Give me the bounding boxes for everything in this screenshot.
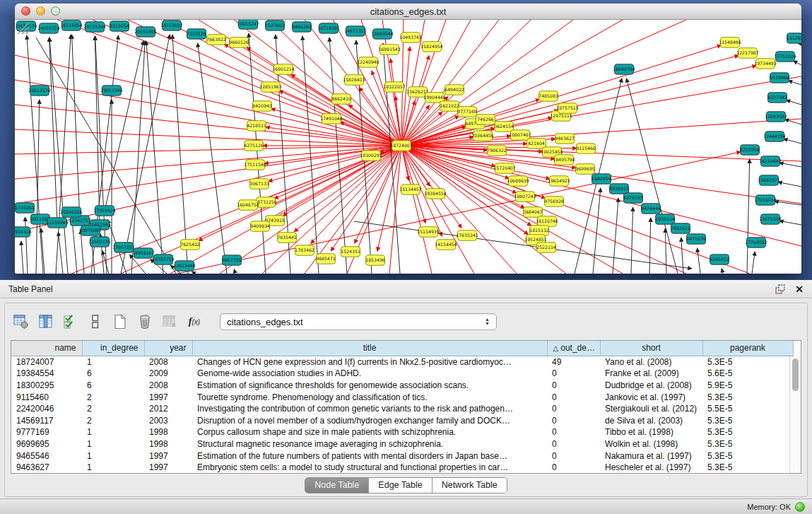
table-cell[interactable]: Jankovic et al. (1997) (600, 391, 702, 403)
table-cell[interactable]: 0 (547, 426, 600, 438)
graph-edge[interactable] (401, 55, 739, 146)
graph-edge[interactable] (172, 35, 188, 274)
table-cell[interactable]: 1998 (144, 438, 192, 450)
table-cell[interactable]: 9465546 (11, 450, 82, 462)
graph-edge[interactable] (121, 35, 170, 274)
graph-edge[interactable] (722, 269, 723, 274)
table-cell[interactable]: Structural magnetic resonance image aver… (192, 438, 547, 450)
table-cell[interactable]: 9115460 (11, 391, 82, 403)
graph-edge[interactable] (784, 119, 801, 124)
graph-edge[interactable] (698, 248, 700, 274)
graph-edge[interactable] (778, 182, 801, 187)
table-row[interactable]: 969969511998Structural magnetic resonanc… (11, 438, 793, 450)
column-header[interactable]: title (192, 341, 547, 356)
table-cell[interactable]: 0 (547, 380, 600, 392)
graph-edge[interactable] (779, 221, 801, 225)
table-cell[interactable]: 1 (82, 462, 144, 474)
graph-edge[interactable] (58, 232, 63, 274)
graph-edge[interactable] (613, 198, 618, 274)
close-panel-icon[interactable]: ✕ (795, 284, 804, 294)
graph-edge[interactable] (72, 35, 80, 221)
table-cell[interactable]: 1 (82, 426, 144, 438)
table-cell[interactable]: Wolkin et al. (1998) (600, 438, 702, 450)
graph-edge[interactable] (401, 146, 546, 199)
function-builder-icon[interactable]: f(x) (185, 313, 204, 331)
table-cell[interactable]: Disruption of a novel member of a sodium… (192, 414, 547, 426)
graph-edge[interactable] (752, 252, 755, 274)
graph-edge[interactable] (681, 238, 683, 274)
table-cell[interactable]: 0 (547, 462, 600, 474)
column-header[interactable]: year (144, 341, 192, 356)
table-cell[interactable]: Yano et al. (2008) (600, 356, 702, 368)
graph-edge[interactable] (72, 221, 77, 274)
new-column-icon[interactable] (111, 313, 129, 331)
table-cell[interactable]: 0 (547, 368, 600, 380)
table-row[interactable]: 1456911722003Disruption of a novel membe… (11, 414, 793, 426)
table-row[interactable]: 946554611997Estimation of the future num… (11, 450, 793, 462)
table-cell[interactable]: 1997 (144, 462, 192, 474)
table-cell[interactable]: 0 (547, 403, 600, 415)
graph-edge[interactable] (401, 45, 722, 146)
table-cell[interactable]: 2 (82, 414, 144, 426)
graph-edge[interactable] (311, 146, 401, 243)
minimize-window-button[interactable] (36, 6, 45, 16)
graph-edge[interactable] (329, 37, 347, 274)
table-cell[interactable]: 2008 (144, 380, 192, 392)
table-cell[interactable]: Tourette syndrome. Phenomenology and cla… (192, 391, 547, 403)
close-window-button[interactable] (21, 6, 30, 16)
table-cell[interactable]: 9463627 (11, 462, 82, 474)
graph-edge[interactable] (36, 100, 40, 274)
table-scrollbar-thumb[interactable] (792, 358, 799, 391)
table-cell[interactable]: 0 (547, 414, 600, 426)
table-cell[interactable]: Franke et al. (2009) (600, 368, 702, 380)
table-cell[interactable]: 2 (82, 391, 144, 403)
delete-column-icon[interactable] (136, 313, 154, 331)
network-canvas[interactable]: 2055317024055724161150542013334481130542… (15, 20, 801, 274)
column-header[interactable]: △out_de… (547, 341, 600, 356)
graph-edge[interactable] (401, 146, 432, 274)
table-cell[interactable]: Changes of HCN gene expression and I(f) … (192, 356, 547, 368)
graph-edge[interactable] (665, 228, 666, 274)
table-cell[interactable]: 2009 (144, 368, 192, 380)
table-cell[interactable]: 2012 (144, 403, 192, 415)
graph-edge[interactable] (626, 78, 678, 274)
table-row[interactable]: 1938455462009Genome-wide association stu… (11, 368, 793, 380)
graph-edge[interactable] (593, 188, 601, 274)
table-cell[interactable]: Embryonic stem cells: a model to study s… (192, 462, 547, 474)
table-row[interactable]: 977716911998Corpus callosum shape and si… (11, 426, 793, 438)
table-cell[interactable]: Nakamura et al. (1997) (600, 450, 702, 462)
table-cell[interactable]: 5.3E-5 (702, 438, 793, 450)
table-cell[interactable]: 19384554 (11, 368, 82, 380)
table-cell[interactable]: 0 (547, 391, 600, 403)
table-cell[interactable]: 6 (82, 368, 144, 380)
table-cell[interactable]: 2003 (144, 414, 192, 426)
table-row[interactable]: 1872400712008Changes of HCN gene express… (11, 356, 793, 368)
table-cell[interactable]: 22420046 (11, 403, 82, 415)
graph-edge[interactable] (15, 146, 401, 204)
table-cell[interactable]: Hescheler et al. (1997) (600, 462, 702, 474)
citation-network-graph[interactable]: 2055317024055724161150542013334481130542… (15, 20, 801, 274)
window-titlebar[interactable]: citations_edges.txt (15, 4, 801, 20)
table-cell[interactable]: Corpus callosum shape and size in male p… (192, 426, 547, 438)
resize-grip-icon[interactable] (15, 20, 30, 35)
table-cell[interactable]: 5.9E-5 (702, 380, 793, 392)
table-cell[interactable]: 1997 (144, 391, 192, 403)
graph-edge[interactable] (27, 35, 43, 274)
table-cell[interactable]: 5.3E-5 (702, 356, 793, 368)
table-cell[interactable]: 5.6E-5 (702, 368, 793, 380)
table-cell[interactable]: 1 (82, 450, 144, 462)
table-cell[interactable]: 1 (82, 356, 144, 368)
table-cell[interactable]: 1 (82, 438, 144, 450)
graph-edge[interactable] (21, 241, 23, 274)
table-cell[interactable]: Stergiakouli et al. (2012) (600, 403, 702, 415)
graph-edge[interactable] (794, 61, 801, 65)
table-cell[interactable]: 18300295 (11, 380, 82, 392)
graph-edge[interactable] (649, 218, 651, 274)
table-cell[interactable]: Investigating the contribution of common… (192, 403, 547, 415)
table-cell[interactable]: 49 (547, 356, 600, 368)
node-table-grid[interactable]: namein_degreeyeartitle△out_de…shortpager… (11, 341, 794, 473)
tab-edge-table[interactable]: Edge Table (368, 478, 431, 493)
graph-edge[interactable] (95, 36, 100, 225)
graph-edge[interactable] (146, 41, 163, 274)
table-cell[interactable]: de Silva et al. (2003) (600, 414, 702, 426)
